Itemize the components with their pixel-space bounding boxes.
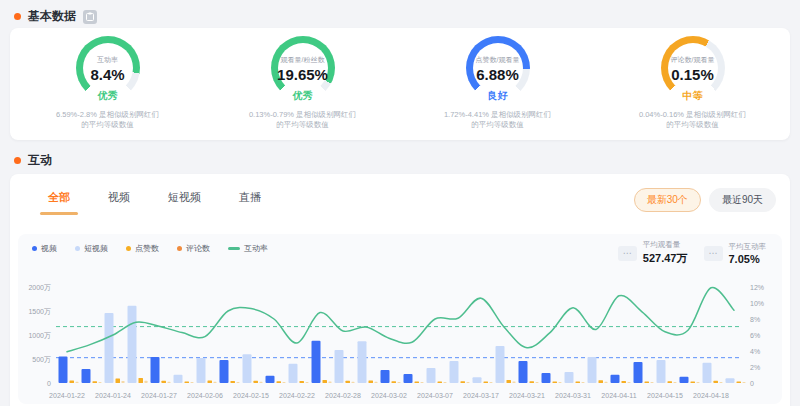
interaction-header: 互动 (14, 152, 52, 169)
svg-text:2024-01-22: 2024-01-22 (49, 392, 85, 399)
legend-video[interactable]: 视频 (32, 243, 57, 254)
gauge-value: 19.65% (277, 66, 328, 83)
basic-data-title: 基本数据 (28, 8, 76, 25)
gauge-value: 8.4% (90, 66, 124, 83)
legend-comments-dot-icon (177, 246, 182, 251)
svg-text:8%: 8% (750, 316, 760, 323)
svg-text:0: 0 (47, 380, 51, 387)
gauge-comments-per-view: 评论数/观看量 0.15% 中等 0.04%-0.16% 是相似级别网红们 的平… (595, 36, 790, 140)
filter-pills: 最新30个 最近90天 (634, 188, 776, 212)
gauge-caption: 0.13%-0.79% 是相似级别网红们 的平均等级数值 (249, 110, 356, 130)
gauge-ring-views-followers: 观看量/粉丝数 19.65% 优秀 (271, 36, 335, 100)
avg-views-label: 平均观看量 (643, 240, 688, 250)
gauge-status-badge: 优秀 (76, 89, 140, 103)
gauge-ring-likes-views: 点赞数/观看量 6.88% 良好 (466, 36, 530, 100)
interaction-chart-panel: 视频 短视频 点赞数 评论数 互动率 (18, 234, 782, 404)
legend-short-video[interactable]: 短视频 (75, 243, 108, 254)
last-90-days-pill[interactable]: 最近90天 (709, 188, 776, 212)
legend-short-video-dot-icon (75, 246, 80, 251)
legend-comments[interactable]: 评论数 (177, 243, 210, 254)
legend-likes[interactable]: 点赞数 (126, 243, 159, 254)
gauge-label: 互动率 (97, 55, 118, 65)
mini-bars-icon[interactable]: ⋯ (618, 246, 637, 261)
gauge-likes-per-view: 点赞数/观看量 6.88% 良好 1.72%-4.41% 是相似级别网红们 的平… (400, 36, 595, 140)
chart-legend: 视频 短视频 点赞数 评论数 互动率 (32, 243, 268, 254)
interaction-card: 全部 视频 短视频 直播 最新30个 最近90天 视频 短视频 (10, 174, 790, 406)
svg-text:2024-02-06: 2024-02-06 (187, 392, 223, 399)
tab-live[interactable]: 直播 (239, 190, 261, 215)
legend-likes-dot-icon (126, 246, 131, 251)
svg-text:500万: 500万 (32, 356, 51, 363)
gauge-caption: 6.59%-2.8% 是相似级别网红们 的平均等级数值 (56, 110, 159, 130)
svg-text:12%: 12% (750, 284, 764, 291)
gauge-status-badge: 中等 (661, 89, 725, 103)
gauge-engagement-rate: 互动率 8.4% 优秀 6.59%-2.8% 是相似级别网红们 的平均等级数值 (10, 36, 205, 140)
svg-text:2024-04-11: 2024-04-11 (601, 392, 636, 399)
svg-text:2024-01-24: 2024-01-24 (95, 392, 131, 399)
svg-text:1000万: 1000万 (28, 332, 51, 339)
svg-text:2024-03-07: 2024-03-07 (417, 392, 453, 399)
gauge-caption: 0.04%-0.16% 是相似级别网红们 的平均等级数值 (639, 110, 746, 130)
gauge-status-badge: 良好 (466, 89, 530, 103)
avg-engagement-label: 平均互动率 (729, 242, 767, 252)
tab-all[interactable]: 全部 (48, 190, 70, 215)
gauge-label: 点赞数/观看量 (476, 55, 520, 65)
mini-bars-icon[interactable]: ⋯ (704, 246, 723, 261)
gauge-value: 0.15% (671, 66, 714, 83)
gauge-label: 评论数/观看量 (671, 55, 715, 65)
svg-text:10%: 10% (750, 300, 764, 307)
tab-short-video[interactable]: 短视频 (168, 190, 201, 215)
svg-text:6%: 6% (750, 332, 760, 339)
svg-text:2024-03-17: 2024-03-17 (463, 392, 499, 399)
svg-text:2024-03-31: 2024-03-31 (555, 392, 591, 399)
gauge-ring-comments-views: 评论数/观看量 0.15% 中等 (661, 36, 725, 100)
legend-engagement-line-icon (228, 247, 240, 250)
gauge-caption: 1.72%-4.41% 是相似级别网红们 的平均等级数值 (444, 110, 551, 130)
bullet-dot-icon (14, 157, 21, 164)
svg-text:4%: 4% (750, 348, 760, 355)
interaction-bar-line-chart[interactable]: 2000万1500万1000万500万012%10%8%6%4%2%02024-… (18, 262, 782, 404)
svg-text:2024-04-18: 2024-04-18 (693, 392, 729, 399)
legend-video-dot-icon (32, 246, 37, 251)
latest-30-pill[interactable]: 最新30个 (634, 188, 701, 212)
basic-data-card: 互动率 8.4% 优秀 6.59%-2.8% 是相似级别网红们 的平均等级数值 … (10, 28, 790, 140)
svg-text:0: 0 (750, 380, 754, 387)
svg-text:2024-02-15: 2024-02-15 (233, 392, 269, 399)
gauge-views-per-follower: 观看量/粉丝数 19.65% 优秀 0.13%-0.79% 是相似级别网红们 的… (205, 36, 400, 140)
svg-text:2000万: 2000万 (28, 284, 51, 291)
gauge-ring-engagement: 互动率 8.4% 优秀 (76, 36, 140, 100)
gauge-row: 互动率 8.4% 优秀 6.59%-2.8% 是相似级别网红们 的平均等级数值 … (10, 28, 790, 140)
svg-text:1500万: 1500万 (28, 308, 51, 315)
basic-data-header: 基本数据 (14, 8, 97, 25)
legend-engagement-rate[interactable]: 互动率 (228, 243, 268, 254)
svg-text:2024-02-28: 2024-02-28 (325, 392, 361, 399)
interaction-tabs: 全部 视频 短视频 直播 (48, 190, 261, 215)
gauge-value: 6.88% (476, 66, 519, 83)
dashboard-page: 基本数据 互动率 8.4% 优秀 6.59%-2.8% 是相似级别网红们 的平均… (0, 0, 800, 406)
clipboard-icon[interactable] (83, 10, 97, 24)
svg-text:2024-04-15: 2024-04-15 (647, 392, 683, 399)
gauge-label: 观看量/粉丝数 (281, 55, 325, 65)
svg-text:2024-02-22: 2024-02-22 (279, 392, 315, 399)
gauge-status-badge: 优秀 (271, 89, 335, 103)
svg-text:2024-03-02: 2024-03-02 (371, 392, 407, 399)
svg-text:2024-03-21: 2024-03-21 (509, 392, 545, 399)
bullet-dot-icon (14, 13, 21, 20)
svg-text:2024-01-27: 2024-01-27 (141, 392, 177, 399)
tab-video[interactable]: 视频 (108, 190, 130, 215)
interaction-title: 互动 (28, 152, 52, 169)
svg-text:2%: 2% (750, 364, 760, 371)
